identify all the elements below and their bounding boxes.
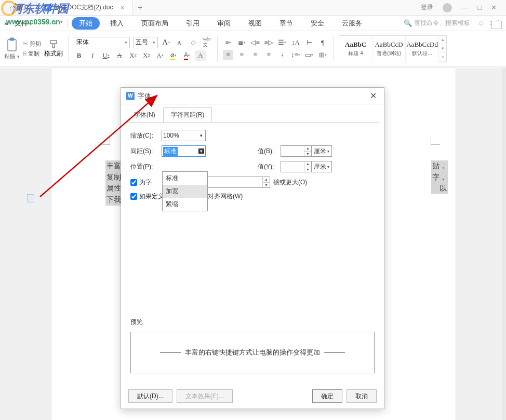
undo-icon[interactable]: ↶ [43, 19, 48, 27]
spacing-select[interactable]: 标准▾ [162, 145, 206, 157]
margin-mark-icon [431, 136, 440, 145]
page-nav-icon[interactable] [27, 194, 34, 202]
tab-char-spacing[interactable]: 字符间距(R) [163, 107, 212, 123]
style-normal-web[interactable]: AaBbCcD 普通(网站) [372, 36, 406, 62]
maximize-icon[interactable]: □ [477, 4, 482, 11]
redo-icon[interactable]: ↷ [51, 19, 57, 27]
login-button[interactable]: 登录 [421, 3, 433, 12]
home-tab-label: 首页 [17, 3, 29, 12]
format-painter-button[interactable]: 格式刷 [44, 39, 63, 58]
italic-button[interactable]: I [87, 50, 98, 61]
tab-reference[interactable]: 引用 [179, 17, 207, 30]
tab-font[interactable]: 字体(N) [126, 107, 163, 123]
tab-layout[interactable]: 页面布局 [134, 17, 176, 30]
styles-up-icon[interactable]: ▴ [439, 36, 446, 45]
value-y-spinner[interactable]: ▲▼ [281, 161, 312, 172]
styles-down-icon[interactable]: ▾ [439, 44, 446, 53]
unit-b-select[interactable]: 厘米▾ [312, 145, 332, 157]
kerning-checkbox[interactable]: 为字 [130, 178, 152, 187]
paste-button[interactable]: 粘贴 ▾ [4, 37, 20, 60]
align-right-icon[interactable]: ≡ [250, 50, 260, 60]
highlight-button[interactable]: ⌀▾ [168, 50, 179, 61]
titlebar: ⌂ 首页 W 新建DOC文档(2).doc × + 登录 — □ ✕ [0, 0, 506, 16]
align-center-icon[interactable]: ≡ [236, 50, 247, 60]
kerning-unit-label: 磅或更大(O) [273, 178, 307, 187]
preview-text: 丰富的右键快捷键方式让电脑的操作变得更加 [185, 348, 320, 357]
ok-button[interactable]: 确定 [312, 389, 342, 403]
tab-insert[interactable]: 插入 [103, 17, 131, 30]
tab-view[interactable]: 视图 [241, 17, 269, 30]
increase-indent-icon[interactable]: ≡▷ [263, 37, 274, 48]
font-size-select[interactable]: 五号▾ [133, 37, 158, 48]
document-tab[interactable]: W 新建DOC文档(2).doc × [37, 1, 132, 15]
scale-select[interactable]: 100%▾ [162, 130, 206, 141]
file-menu[interactable]: 文件▾ [12, 19, 34, 28]
copy-button[interactable]: ⎘复制 [23, 50, 41, 58]
style-heading4[interactable]: AaBbC 标题 4 [339, 36, 372, 62]
decrease-indent-icon[interactable]: ◁≡ [250, 37, 260, 48]
dialog-icon: W [126, 92, 135, 100]
spacing-option-condensed[interactable]: 紧缩 [163, 198, 207, 211]
home-tab[interactable]: ⌂ 首页 [2, 1, 37, 15]
dialog-close-icon[interactable]: ✕ [368, 91, 379, 101]
decrease-font-icon[interactable]: A- [175, 37, 185, 48]
tab-start[interactable]: 开始 [72, 17, 100, 30]
new-tab-button[interactable]: + [132, 3, 143, 12]
increase-font-icon[interactable]: A+ [161, 37, 171, 48]
bullets-icon[interactable]: ≡▾ [223, 37, 233, 48]
text-effects-button: 文本效果(E)... [177, 389, 233, 403]
position-label: 位置(P): [130, 162, 162, 171]
tab-cloud[interactable]: 云服务 [335, 17, 369, 30]
menubar: ≡ 文件▾ ↶ ↷ ▾ 开始 插入 页面布局 引用 审阅 视图 章节 安全 云服… [0, 16, 506, 31]
close-window-icon[interactable]: ✕ [491, 4, 497, 11]
value-b-spinner[interactable]: ▲▼ [281, 145, 312, 157]
spacing-option-standard[interactable]: 标准 [163, 172, 207, 185]
unit-y-select[interactable]: 厘米▾ [312, 161, 332, 172]
spacing-option-expanded[interactable]: 加宽 [163, 185, 207, 198]
tab-section[interactable]: 章节 [272, 17, 300, 30]
brush-icon [48, 39, 59, 49]
shading-icon[interactable]: ▭▾ [304, 50, 314, 60]
avatar-icon[interactable] [443, 3, 452, 12]
search-box[interactable]: 🔍 查找命令、搜索模板 [404, 19, 470, 28]
clipboard-icon [5, 37, 19, 52]
hamburger-icon[interactable]: ≡ [4, 19, 8, 28]
text-direction-icon[interactable]: ☰▾ [277, 37, 287, 48]
line-spacing-icon[interactable]: ↕≡▾ [290, 50, 301, 60]
scrollbar[interactable] [502, 67, 506, 420]
underline-button[interactable]: U▾ [101, 50, 111, 61]
panel-toggle-icon[interactable] [491, 21, 502, 29]
tab-symbol-icon[interactable]: ⊢ [304, 37, 314, 48]
styles-more-icon[interactable]: ≡ [439, 53, 446, 62]
tab-review[interactable]: 审阅 [210, 17, 238, 30]
search-icon: 🔍 [404, 19, 412, 27]
subscript-button[interactable]: X2 [141, 50, 152, 61]
numbering-icon[interactable]: ≣▾ [236, 37, 247, 48]
superscript-button[interactable]: X2 [128, 50, 138, 61]
align-justify-icon[interactable]: ≡ [263, 50, 274, 60]
smile-icon[interactable]: ☺ [477, 19, 484, 27]
doc-icon: W [44, 4, 51, 11]
change-case-button[interactable]: A▾ [155, 50, 165, 61]
dropdown-icon[interactable]: ▾ [60, 19, 63, 27]
phonetic-icon[interactable]: wén文 [202, 37, 212, 48]
close-tab-icon[interactable]: × [120, 4, 124, 12]
cancel-button[interactable]: 取消 [347, 389, 377, 403]
show-marks-icon[interactable]: ¶ [317, 37, 328, 48]
font-name-select[interactable]: 宋体▾ [74, 37, 130, 48]
cut-button[interactable]: ✂剪切 [23, 40, 41, 48]
distribute-icon[interactable]: ⫞ [277, 50, 287, 60]
default-button[interactable]: 默认(D)... [128, 389, 172, 403]
style-default-para[interactable]: AaBbCcDd 默认段... [406, 36, 439, 62]
borders-icon[interactable]: ⊞▾ [317, 50, 328, 60]
font-color-button[interactable]: A▾ [182, 50, 192, 61]
tab-security[interactable]: 安全 [303, 17, 331, 30]
sort-icon[interactable]: ↕A [290, 37, 301, 48]
align-left-icon[interactable]: ≡ [223, 50, 233, 60]
styles-gallery[interactable]: AaBbC 标题 4 AaBbCcD 普通(网站) AaBbCcDd 默认段..… [339, 35, 447, 62]
minimize-icon[interactable]: — [461, 4, 468, 11]
clear-format-icon[interactable]: ◇ [188, 37, 198, 48]
strikethrough-button[interactable]: A [114, 50, 125, 61]
char-shading-button[interactable]: A [195, 50, 206, 61]
bold-button[interactable]: B [74, 50, 84, 61]
